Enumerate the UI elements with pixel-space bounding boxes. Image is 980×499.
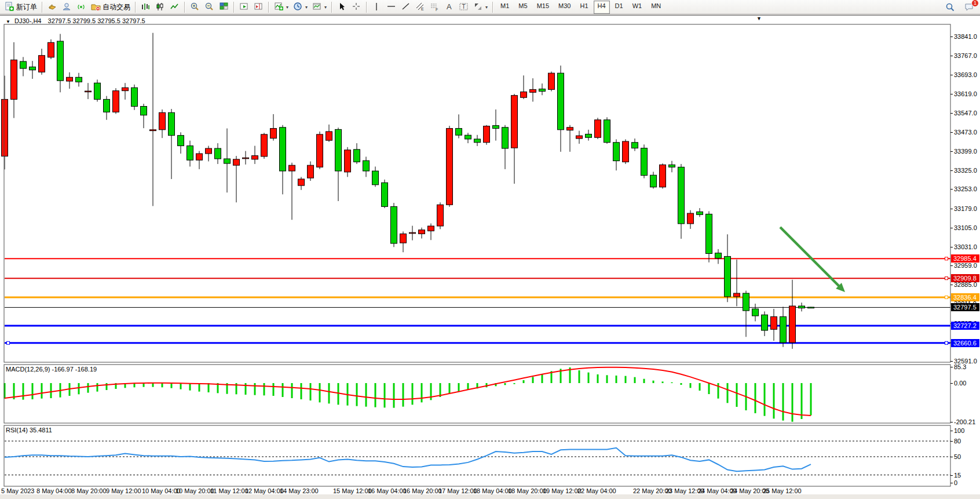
time-axis-label[interactable]: 10 May 04:00 <box>142 487 181 494</box>
channel-button[interactable]: E <box>413 1 427 14</box>
time-axis-label[interactable]: 25 May 12:00 <box>763 487 802 494</box>
price-level-tag-32909.8[interactable]: 32909.8 <box>951 274 979 282</box>
cursor-button[interactable] <box>335 1 349 14</box>
price-level-tag-32985.4[interactable]: 32985.4 <box>951 254 979 263</box>
time-axis-label[interactable]: 22 May 04:00 <box>577 487 616 494</box>
timeframe-mn-button[interactable]: MN <box>647 1 665 14</box>
time-axis-label[interactable]: 11 May 12:00 <box>210 487 248 494</box>
crosshair-button[interactable] <box>349 1 364 14</box>
timeframe-w1-button[interactable]: W1 <box>628 1 646 14</box>
price-axis-tick[interactable]: 33767.0 <box>954 52 977 59</box>
auto-trading-button[interactable]: 自动交易 <box>89 1 133 14</box>
chart-object-button[interactable] <box>45 1 60 14</box>
tile-windows-button[interactable] <box>217 1 231 14</box>
price-level-tag-32797.5[interactable]: 32797.5 <box>951 303 979 311</box>
dropdown-caret-icon[interactable]: ▾ <box>485 5 488 10</box>
time-axis-label[interactable]: 12 May 04:00 <box>245 487 284 494</box>
shapes-button[interactable]: ▾ <box>471 1 490 14</box>
rsi-axis-tick[interactable]: 80 <box>954 438 961 445</box>
time-axis-label[interactable]: 17 May 12:00 <box>438 487 477 494</box>
time-axis-label[interactable]: 5 May 2023 <box>1 487 34 494</box>
time-axis-label[interactable]: 19 May 12:00 <box>543 487 582 494</box>
templates-button[interactable]: ▾ <box>310 1 329 14</box>
price-axis-tick[interactable]: 33473.0 <box>954 129 977 136</box>
price-axis-tick[interactable]: 33325.0 <box>954 167 977 174</box>
price-axis-tick[interactable]: 33619.0 <box>954 90 977 97</box>
chat-button[interactable]: 1 <box>962 1 977 14</box>
label-button[interactable]: T <box>456 1 471 14</box>
time-axis-label[interactable]: 16 May 20:00 <box>403 487 442 494</box>
signal-button[interactable] <box>74 1 89 14</box>
zoom-in-button[interactable] <box>188 1 202 14</box>
dropdown-caret-icon[interactable]: ▾ <box>305 5 308 10</box>
rsi-axis-tick[interactable]: 0 <box>954 479 957 486</box>
horizontal-line-button[interactable] <box>384 1 398 14</box>
chart-shift-button[interactable] <box>251 1 266 14</box>
macd-axis-tick[interactable]: 85.3 <box>954 363 966 370</box>
candlestick-button[interactable] <box>153 1 167 14</box>
rsi-axis-tick[interactable]: 100 <box>954 427 964 434</box>
rsi-tick-mark <box>950 431 953 431</box>
price-axis-tick[interactable]: 33841.0 <box>954 33 977 40</box>
time-axis-label[interactable]: 18 May 20:00 <box>508 487 547 494</box>
time-axis-label[interactable]: 18 May 04:00 <box>473 487 512 494</box>
price-axis-tick[interactable]: 33179.0 <box>954 205 977 212</box>
timeframe-h4-button[interactable]: H4 <box>594 1 610 14</box>
candle-body <box>641 148 648 176</box>
timeframe-m1-button[interactable]: M1 <box>496 1 513 14</box>
price-axis-tick[interactable]: 33399.0 <box>954 148 977 155</box>
timeframe-d1-button[interactable]: D1 <box>611 1 627 14</box>
price-level-tag-32727.2[interactable]: 32727.2 <box>951 322 979 330</box>
indicators-button[interactable]: ▾ <box>272 1 291 14</box>
level-line-handle[interactable] <box>945 257 948 260</box>
level-line-handle[interactable] <box>945 296 948 299</box>
price-axis-tick[interactable]: 33693.0 <box>954 71 977 78</box>
candle-body <box>706 214 712 253</box>
rsi-axis-tick[interactable]: 50 <box>954 453 961 460</box>
time-axis-label[interactable]: 10 May 20:00 <box>175 487 214 494</box>
price-axis-tick[interactable]: 33105.0 <box>954 224 977 231</box>
price-tick-mark <box>950 228 953 228</box>
bar-chart-button[interactable] <box>138 1 153 14</box>
price-level-tag-32660.6[interactable]: 32660.6 <box>951 339 979 347</box>
timeframe-h1-button[interactable]: H1 <box>576 1 592 14</box>
level-line-handle[interactable] <box>945 277 948 280</box>
price-axis-tick[interactable]: 32959.0 <box>954 262 977 269</box>
cloud-user-button[interactable] <box>60 1 74 14</box>
candle-body <box>493 126 499 129</box>
time-axis-label[interactable]: 16 May 04:00 <box>368 487 407 494</box>
timeframe-m5-button[interactable]: M5 <box>514 1 531 14</box>
price-axis-tick[interactable]: 33253.0 <box>954 185 977 192</box>
auto-scroll-button[interactable] <box>237 1 251 14</box>
new-order-button-label: 新订单 <box>16 2 37 12</box>
macd-axis-tick[interactable]: -200.21 <box>954 418 975 425</box>
search-button[interactable] <box>943 1 957 14</box>
time-axis-label[interactable]: 14 May 23:00 <box>280 487 319 494</box>
time-axis-label[interactable]: 8 May 20:00 <box>71 487 107 494</box>
new-order-button[interactable]: 新订单 <box>2 1 39 14</box>
time-axis-label[interactable]: 15 May 12:00 <box>333 487 372 494</box>
timeframe-m30-button[interactable]: M30 <box>554 1 575 14</box>
time-axis-label[interactable]: 8 May 04:00 <box>36 487 72 494</box>
price-level-tag-32836.4[interactable]: 32836.4 <box>951 293 979 301</box>
timeframe-m15-button[interactable]: M15 <box>533 1 553 14</box>
level-line-handle[interactable] <box>945 341 948 344</box>
dropdown-caret-icon[interactable]: ▾ <box>324 5 327 10</box>
line-chart-button[interactable] <box>167 1 182 14</box>
level-line-handle[interactable] <box>7 341 10 344</box>
price-axis-tick[interactable]: 33031.0 <box>954 243 977 250</box>
text-button[interactable]: A <box>442 1 456 14</box>
zoom-out-button[interactable] <box>202 1 217 14</box>
candle-body <box>363 161 370 171</box>
vertical-line-button[interactable] <box>370 1 384 14</box>
time-axis-label[interactable]: 9 May 12:00 <box>106 487 141 494</box>
trendline-button[interactable] <box>398 1 413 14</box>
periods-button[interactable]: ▾ <box>291 1 310 14</box>
candle-body <box>48 42 54 57</box>
price-axis-tick[interactable]: 33547.0 <box>954 110 977 116</box>
macd-axis-tick[interactable]: 0.00 <box>954 380 966 387</box>
rsi-axis-tick[interactable]: 15 <box>954 472 961 479</box>
candle-body <box>715 253 722 258</box>
fibonacci-button[interactable]: F <box>427 1 442 14</box>
dropdown-caret-icon[interactable]: ▾ <box>286 5 288 10</box>
